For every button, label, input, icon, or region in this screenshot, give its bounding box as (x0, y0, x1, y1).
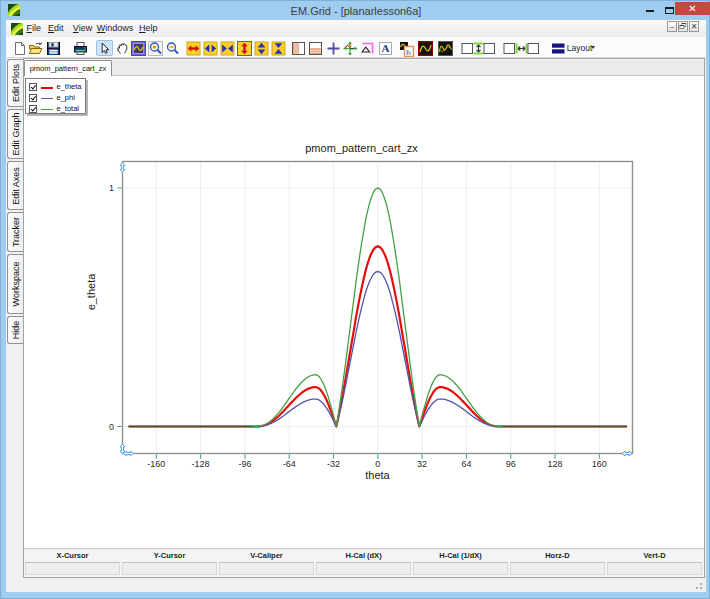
svg-text:-128: -128 (192, 459, 210, 469)
svg-text:A: A (381, 42, 389, 54)
svg-text:32: 32 (417, 459, 427, 469)
svg-text:-64: -64 (283, 459, 296, 469)
svg-text:0: 0 (375, 459, 380, 469)
svg-text:-160: -160 (147, 459, 165, 469)
svg-text:pmom_pattern_cart_zx: pmom_pattern_cart_zx (305, 142, 418, 154)
svg-text:96: 96 (506, 459, 516, 469)
svg-text:160: 160 (592, 459, 607, 469)
svg-text:64: 64 (461, 459, 471, 469)
svg-text:-32: -32 (327, 459, 340, 469)
svg-text:1: 1 (109, 183, 114, 193)
svg-text:e_theta: e_theta (85, 273, 97, 311)
svg-text:theta: theta (365, 469, 390, 481)
svg-text:128: 128 (547, 459, 562, 469)
svg-text:-96: -96 (238, 459, 251, 469)
svg-text:0: 0 (109, 422, 114, 432)
